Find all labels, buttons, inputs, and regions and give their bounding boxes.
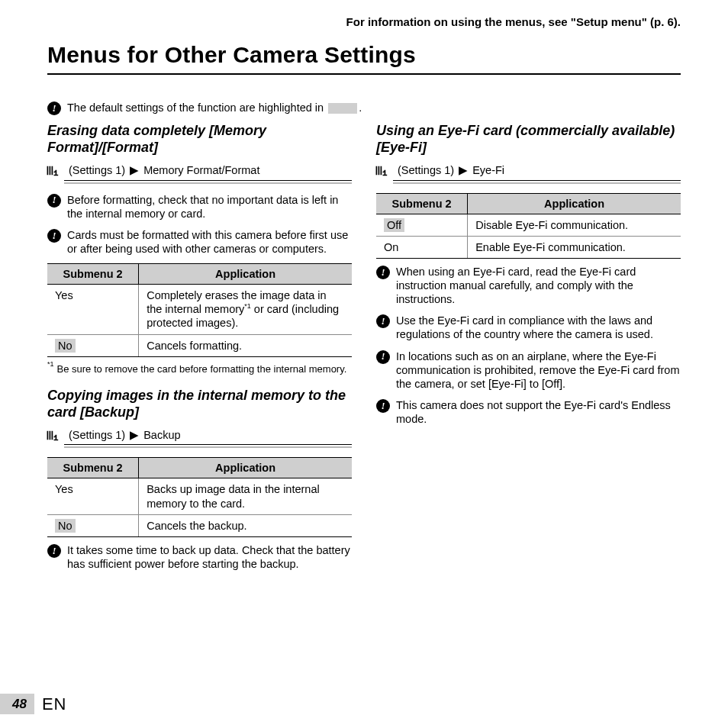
path-item: Eye-Fi [472, 163, 504, 177]
note-row: ! When using an Eye-Fi card, read the Ey… [376, 265, 681, 306]
table-header: Application [139, 264, 352, 285]
wrench-icon: Ⲽ₁ [47, 429, 64, 442]
page-footer: 48 EN [0, 694, 66, 715]
default-note-text-post: . [359, 101, 362, 114]
triangle-icon: ▶ [459, 163, 468, 177]
cell-application: Enable Eye-Fi communication. [468, 236, 681, 258]
caution-icon: ! [376, 314, 390, 328]
default-settings-note: ! The default settings of the function a… [47, 101, 681, 115]
caution-icon: ! [376, 266, 390, 279]
table-header: Submenu 2 [47, 264, 139, 285]
caution-icon: ! [376, 350, 390, 364]
cell-submenu: Yes [55, 289, 73, 301]
cell-application: Completely erases the image data in the … [139, 285, 352, 334]
path-item: Backup [143, 428, 180, 442]
table-header: Application [139, 458, 352, 478]
page-number: 48 [0, 694, 34, 714]
section-title-eyefi: Using an Eye-Fi card (commercially avail… [376, 123, 681, 156]
note-row: ! Cards must be formatted with this came… [47, 228, 352, 256]
table-row: Yes Backs up image data in the internal … [47, 478, 352, 514]
footnote-mark: *1 [244, 302, 251, 310]
table-row: No Cancels formatting. [47, 334, 352, 356]
format-table: Submenu 2 Application Yes Completely era… [47, 263, 352, 357]
backup-table: Submenu 2 Application Yes Backs up image… [47, 457, 352, 537]
cell-application: Backs up image data in the internal memo… [139, 478, 352, 514]
caution-icon: ! [376, 399, 390, 413]
menu-path-eyefi: Ⲽ₁ (Settings 1) ▶ Eye-Fi [393, 163, 681, 180]
note-text: In locations such as on an airplane, whe… [396, 350, 681, 391]
footnote: *1 Be sure to remove the card before for… [47, 363, 352, 375]
note-row: ! Before formatting, check that no impor… [47, 193, 352, 221]
note-text: This camera does not support the Eye-Fi … [396, 398, 681, 426]
table-row: On Enable Eye-Fi communication. [376, 236, 681, 258]
caution-icon: ! [47, 194, 61, 208]
default-note-text-pre: The default settings of the function are… [67, 101, 327, 114]
table-header: Submenu 2 [47, 458, 139, 478]
note-text: Cards must be formatted with this camera… [67, 228, 352, 256]
triangle-icon: ▶ [130, 163, 139, 177]
menu-path-format: Ⲽ₁ (Settings 1) ▶ Memory Format/Format [64, 163, 352, 180]
section-title-backup: Copying images in the internal memory to… [47, 388, 352, 420]
path-item: Memory Format/Format [143, 163, 259, 177]
cell-application: Cancels formatting. [139, 334, 352, 356]
left-column: Erasing data completely [Memory Format]/… [47, 123, 352, 578]
path-label: (Settings 1) [398, 163, 454, 177]
table-row: No Cancels the backup. [47, 514, 352, 536]
right-column: Using an Eye-Fi card (commercially avail… [376, 123, 681, 578]
note-row: ! This camera does not support the Eye-F… [376, 398, 681, 426]
cell-submenu-default: Off [384, 218, 404, 232]
cell-application: Cancels the backup. [139, 514, 352, 536]
title-rule [47, 73, 681, 75]
note-row: ! In locations such as on an airplane, w… [376, 350, 681, 391]
note-text: When using an Eye-Fi card, read the Eye-… [396, 265, 681, 306]
cell-submenu: Yes [55, 483, 73, 495]
page-title: Menus for Other Camera Settings [47, 40, 681, 69]
cell-submenu-default: No [55, 339, 76, 353]
cell-submenu: On [384, 241, 398, 253]
table-header: Application [468, 193, 681, 214]
footnote-mark: *1 [47, 360, 54, 372]
language-code: EN [42, 694, 67, 715]
cell-application: Disable Eye-Fi communication. [468, 214, 681, 236]
table-row: Yes Completely erases the image data in … [47, 285, 352, 334]
table-header: Submenu 2 [376, 193, 468, 214]
triangle-icon: ▶ [130, 428, 139, 442]
highlight-swatch [328, 103, 357, 114]
menu-path-backup: Ⲽ₁ (Settings 1) ▶ Backup [64, 428, 352, 445]
caution-icon: ! [47, 101, 61, 115]
footnote-text: Be sure to remove the card before format… [57, 363, 347, 375]
eyefi-table: Submenu 2 Application Off Disable Eye-Fi… [376, 193, 681, 259]
section-title-format: Erasing data completely [Memory Format]/… [47, 123, 352, 156]
path-label: (Settings 1) [69, 163, 125, 177]
running-header: For information on using the menus, see … [47, 15, 681, 30]
wrench-icon: Ⲽ₁ [376, 164, 393, 177]
note-row: ! Use the Eye-Fi card in compliance with… [376, 314, 681, 341]
caution-icon: ! [47, 544, 61, 558]
caution-icon: ! [47, 229, 61, 243]
wrench-icon: Ⲽ₁ [47, 164, 64, 177]
cell-submenu-default: No [55, 519, 76, 533]
note-text: Before formatting, check that no importa… [67, 193, 352, 221]
table-row: Off Disable Eye-Fi communication. [376, 214, 681, 236]
note-text: Use the Eye-Fi card in compliance with t… [396, 314, 681, 341]
note-text: It takes some time to back up data. Chec… [67, 543, 352, 571]
note-row: ! It takes some time to back up data. Ch… [47, 543, 352, 571]
path-label: (Settings 1) [69, 428, 125, 442]
